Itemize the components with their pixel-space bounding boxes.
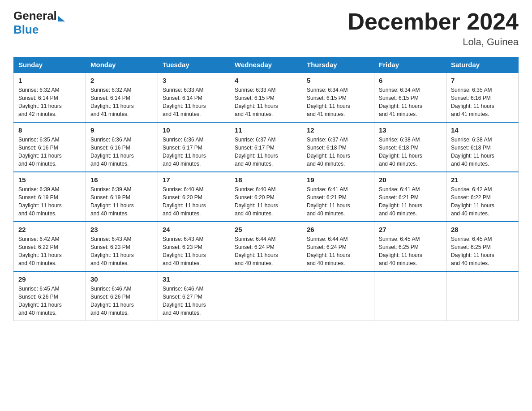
calendar-cell: 12 Sunrise: 6:37 AMSunset: 6:18 PMDaylig… xyxy=(302,122,374,172)
logo: General Blue xyxy=(13,9,65,37)
day-number: 24 xyxy=(163,226,225,233)
calendar-cell: 23 Sunrise: 6:43 AMSunset: 6:23 PMDaylig… xyxy=(86,222,158,271)
calendar-cell: 4 Sunrise: 6:33 AMSunset: 6:15 PMDayligh… xyxy=(230,73,302,122)
day-number: 3 xyxy=(163,77,225,84)
day-number: 11 xyxy=(235,126,297,134)
calendar-cell: 20 Sunrise: 6:41 AMSunset: 6:21 PMDaylig… xyxy=(374,172,446,222)
day-number: 22 xyxy=(18,226,81,233)
column-header-sunday: Sunday xyxy=(14,57,86,73)
calendar-week-row: 8 Sunrise: 6:35 AMSunset: 6:16 PMDayligh… xyxy=(14,122,519,172)
calendar-cell: 21 Sunrise: 6:42 AMSunset: 6:22 PMDaylig… xyxy=(446,172,519,222)
calendar-cell: 17 Sunrise: 6:40 AMSunset: 6:20 PMDaylig… xyxy=(158,172,230,222)
month-title: December 2024 xyxy=(348,9,519,34)
day-number: 12 xyxy=(307,126,369,134)
calendar-cell: 13 Sunrise: 6:38 AMSunset: 6:18 PMDaylig… xyxy=(374,122,446,172)
day-number: 29 xyxy=(18,275,81,283)
calendar-cell: 26 Sunrise: 6:44 AMSunset: 6:24 PMDaylig… xyxy=(302,222,374,271)
day-info: Sunrise: 6:46 AMSunset: 6:26 PMDaylight:… xyxy=(90,285,153,317)
calendar-cell: 5 Sunrise: 6:34 AMSunset: 6:15 PMDayligh… xyxy=(302,73,374,122)
day-number: 20 xyxy=(379,176,442,184)
day-info: Sunrise: 6:40 AMSunset: 6:20 PMDaylight:… xyxy=(235,185,297,218)
calendar-cell: 19 Sunrise: 6:41 AMSunset: 6:21 PMDaylig… xyxy=(302,172,374,222)
column-header-saturday: Saturday xyxy=(446,57,519,73)
day-info: Sunrise: 6:43 AMSunset: 6:23 PMDaylight:… xyxy=(90,235,153,267)
calendar-cell: 30 Sunrise: 6:46 AMSunset: 6:26 PMDaylig… xyxy=(86,271,158,321)
calendar-cell xyxy=(374,271,446,321)
calendar-cell: 6 Sunrise: 6:34 AMSunset: 6:15 PMDayligh… xyxy=(374,73,446,122)
day-number: 15 xyxy=(18,176,81,184)
calendar-week-row: 29 Sunrise: 6:45 AMSunset: 6:26 PMDaylig… xyxy=(14,271,519,321)
day-info: Sunrise: 6:41 AMSunset: 6:21 PMDaylight:… xyxy=(379,185,442,218)
calendar-week-row: 15 Sunrise: 6:39 AMSunset: 6:19 PMDaylig… xyxy=(14,172,519,222)
day-number: 27 xyxy=(379,226,442,233)
day-info: Sunrise: 6:37 AMSunset: 6:17 PMDaylight:… xyxy=(235,136,297,168)
day-number: 10 xyxy=(163,126,225,134)
day-info: Sunrise: 6:41 AMSunset: 6:21 PMDaylight:… xyxy=(307,185,369,218)
day-info: Sunrise: 6:37 AMSunset: 6:18 PMDaylight:… xyxy=(307,136,369,168)
day-info: Sunrise: 6:42 AMSunset: 6:22 PMDaylight:… xyxy=(451,185,514,218)
day-info: Sunrise: 6:44 AMSunset: 6:24 PMDaylight:… xyxy=(235,235,297,267)
day-number: 21 xyxy=(451,176,514,184)
day-number: 9 xyxy=(90,126,153,134)
day-info: Sunrise: 6:44 AMSunset: 6:24 PMDaylight:… xyxy=(307,235,369,267)
day-number: 31 xyxy=(163,275,225,283)
title-area: December 2024 Lola, Guinea xyxy=(348,9,519,48)
day-info: Sunrise: 6:38 AMSunset: 6:18 PMDaylight:… xyxy=(451,136,514,168)
day-info: Sunrise: 6:43 AMSunset: 6:23 PMDaylight:… xyxy=(163,235,225,267)
calendar-cell: 2 Sunrise: 6:32 AMSunset: 6:14 PMDayligh… xyxy=(86,73,158,122)
day-info: Sunrise: 6:35 AMSunset: 6:16 PMDaylight:… xyxy=(18,136,81,168)
day-number: 2 xyxy=(90,77,153,84)
calendar-cell: 25 Sunrise: 6:44 AMSunset: 6:24 PMDaylig… xyxy=(230,222,302,271)
calendar-cell xyxy=(230,271,302,321)
calendar-cell: 24 Sunrise: 6:43 AMSunset: 6:23 PMDaylig… xyxy=(158,222,230,271)
day-info: Sunrise: 6:39 AMSunset: 6:19 PMDaylight:… xyxy=(18,185,81,218)
day-info: Sunrise: 6:36 AMSunset: 6:17 PMDaylight:… xyxy=(163,136,225,168)
day-number: 5 xyxy=(307,77,369,84)
day-info: Sunrise: 6:33 AMSunset: 6:14 PMDaylight:… xyxy=(163,86,225,118)
day-info: Sunrise: 6:46 AMSunset: 6:27 PMDaylight:… xyxy=(163,285,225,317)
day-number: 1 xyxy=(18,77,81,84)
day-number: 17 xyxy=(163,176,225,184)
column-header-monday: Monday xyxy=(86,57,158,73)
column-header-wednesday: Wednesday xyxy=(230,57,302,73)
calendar-cell: 1 Sunrise: 6:32 AMSunset: 6:14 PMDayligh… xyxy=(14,73,86,122)
day-number: 14 xyxy=(451,126,514,134)
column-header-thursday: Thursday xyxy=(302,57,374,73)
day-number: 16 xyxy=(90,176,153,184)
day-info: Sunrise: 6:45 AMSunset: 6:25 PMDaylight:… xyxy=(379,235,442,267)
calendar-cell xyxy=(302,271,374,321)
calendar-cell: 8 Sunrise: 6:35 AMSunset: 6:16 PMDayligh… xyxy=(14,122,86,172)
calendar-cell: 27 Sunrise: 6:45 AMSunset: 6:25 PMDaylig… xyxy=(374,222,446,271)
calendar-cell: 31 Sunrise: 6:46 AMSunset: 6:27 PMDaylig… xyxy=(158,271,230,321)
calendar-cell: 14 Sunrise: 6:38 AMSunset: 6:18 PMDaylig… xyxy=(446,122,519,172)
calendar-table: SundayMondayTuesdayWednesdayThursdayFrid… xyxy=(13,57,519,321)
day-info: Sunrise: 6:45 AMSunset: 6:26 PMDaylight:… xyxy=(18,285,81,317)
calendar-cell xyxy=(446,271,519,321)
logo-general-text: General xyxy=(13,9,57,23)
day-number: 13 xyxy=(379,126,442,134)
day-number: 30 xyxy=(90,275,153,283)
calendar-cell: 7 Sunrise: 6:35 AMSunset: 6:16 PMDayligh… xyxy=(446,73,519,122)
location-label: Lola, Guinea xyxy=(348,36,519,48)
calendar-cell: 15 Sunrise: 6:39 AMSunset: 6:19 PMDaylig… xyxy=(14,172,86,222)
calendar-week-row: 1 Sunrise: 6:32 AMSunset: 6:14 PMDayligh… xyxy=(14,73,519,122)
day-info: Sunrise: 6:35 AMSunset: 6:16 PMDaylight:… xyxy=(451,86,514,118)
calendar-header-row: SundayMondayTuesdayWednesdayThursdayFrid… xyxy=(14,57,519,73)
day-info: Sunrise: 6:40 AMSunset: 6:20 PMDaylight:… xyxy=(163,185,225,218)
calendar-cell: 22 Sunrise: 6:42 AMSunset: 6:22 PMDaylig… xyxy=(14,222,86,271)
calendar-cell: 9 Sunrise: 6:36 AMSunset: 6:16 PMDayligh… xyxy=(86,122,158,172)
day-info: Sunrise: 6:33 AMSunset: 6:15 PMDaylight:… xyxy=(235,86,297,118)
day-info: Sunrise: 6:34 AMSunset: 6:15 PMDaylight:… xyxy=(307,86,369,118)
logo-arrow-icon xyxy=(58,16,65,21)
day-number: 25 xyxy=(235,226,297,233)
day-number: 7 xyxy=(451,77,514,84)
calendar-cell: 11 Sunrise: 6:37 AMSunset: 6:17 PMDaylig… xyxy=(230,122,302,172)
day-number: 4 xyxy=(235,77,297,84)
day-info: Sunrise: 6:32 AMSunset: 6:14 PMDaylight:… xyxy=(90,86,153,118)
calendar-cell: 28 Sunrise: 6:45 AMSunset: 6:25 PMDaylig… xyxy=(446,222,519,271)
calendar-cell: 3 Sunrise: 6:33 AMSunset: 6:14 PMDayligh… xyxy=(158,73,230,122)
calendar-cell: 16 Sunrise: 6:39 AMSunset: 6:19 PMDaylig… xyxy=(86,172,158,222)
page-header: General Blue December 2024 Lola, Guinea xyxy=(13,9,519,48)
day-info: Sunrise: 6:32 AMSunset: 6:14 PMDaylight:… xyxy=(18,86,81,118)
calendar-cell: 29 Sunrise: 6:45 AMSunset: 6:26 PMDaylig… xyxy=(14,271,86,321)
